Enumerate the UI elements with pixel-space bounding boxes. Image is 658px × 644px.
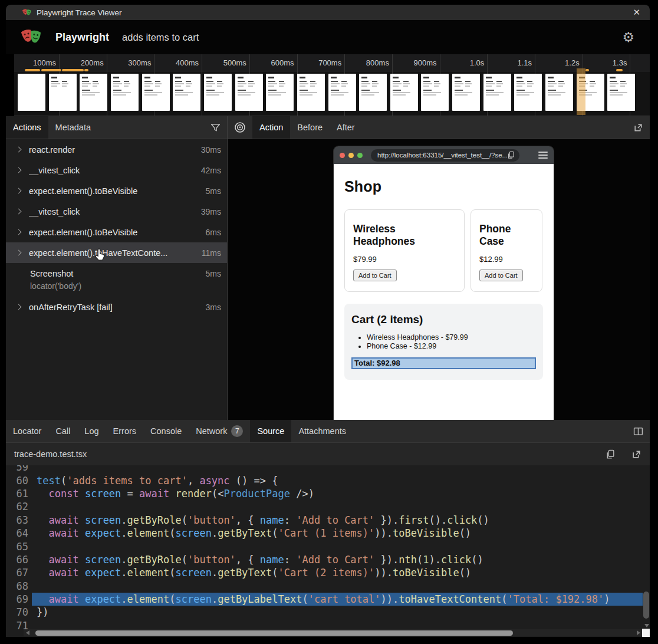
open-source-external-link-icon[interactable]: [623, 449, 641, 459]
details-panel: LocatorCallLogErrorsConsoleNetwork7Sourc…: [6, 420, 650, 637]
horizontal-scrollbar-thumb[interactable]: [35, 630, 513, 636]
timeline-thumbnail[interactable]: [452, 74, 480, 111]
timeline-thumbnail[interactable]: [18, 74, 45, 111]
trace-viewer-window: Playwright Trace Viewer ✕ Playwright add…: [6, 5, 650, 637]
timeline-thumbnail[interactable]: [235, 74, 263, 111]
tab-metadata[interactable]: Metadata: [48, 116, 98, 139]
add-to-cart-button[interactable]: Add to Cart: [353, 270, 397, 281]
code-text: await screen.getByRole('button', { name:…: [37, 554, 483, 566]
code-token: 'Cart (1 items)': [278, 527, 375, 539]
timeline-thumbnail[interactable]: [266, 74, 294, 111]
thumb-cart: [206, 90, 229, 96]
scroll-down-arrow-icon[interactable]: [644, 624, 649, 627]
tab-errors[interactable]: Errors: [106, 420, 143, 442]
thumb-heading: [175, 77, 181, 78]
hamburger-menu-icon[interactable]: [538, 152, 548, 159]
cart-total-highlight: Total: $92.98: [351, 357, 536, 369]
vertical-scrollbar[interactable]: [643, 465, 650, 629]
vertical-scrollbar-thumb[interactable]: [643, 592, 649, 619]
add-to-cart-button[interactable]: Add to Cart: [479, 270, 523, 281]
tab-locator[interactable]: Locator: [6, 420, 48, 442]
thumb-line: [434, 86, 439, 87]
timeline-thumbnail[interactable]: [545, 74, 573, 111]
thumb-heading: [393, 77, 399, 78]
address-bar[interactable]: http://localhost:63315/__vitest_test__/?…: [371, 149, 519, 162]
settings-gear-icon[interactable]: ⚙: [622, 31, 634, 44]
action-row-vitest-click[interactable]: __vitest_click39ms: [6, 201, 227, 222]
code-token: expect: [85, 567, 121, 579]
timeline-thumbnail[interactable]: [297, 74, 325, 111]
scroll-left-arrow-icon[interactable]: [26, 630, 29, 635]
scroll-right-arrow-icon[interactable]: [637, 630, 640, 635]
timeline-thumbnail[interactable]: [514, 74, 542, 111]
timeline-thumbnail[interactable]: [204, 74, 232, 111]
timeline-thumbnail[interactable]: [49, 74, 77, 111]
thumb-product-card: [361, 81, 370, 87]
open-snapshot-external-link-icon[interactable]: [627, 116, 650, 139]
action-row-screenshot[interactable]: Screenshot5mslocator('body'): [6, 263, 227, 297]
action-row-expect-element-tohavetextconte[interactable]: expect.element().toHaveTextConte...11ms: [6, 242, 227, 263]
thumb-cart: [175, 90, 198, 96]
action-row-main: Screenshot5ms: [6, 263, 227, 284]
chevron-right-icon[interactable]: [16, 188, 22, 194]
tab-label: Log: [84, 426, 98, 436]
copy-url-icon[interactable]: [507, 151, 515, 159]
thumb-product-card: [455, 81, 463, 87]
thumb-line: [548, 81, 555, 82]
chevron-right-icon[interactable]: [16, 147, 22, 153]
thumb-line: [268, 92, 286, 93]
code-token: (: [272, 567, 278, 579]
tab-network[interactable]: Network7: [189, 420, 250, 442]
filter-icon[interactable]: [204, 116, 227, 139]
action-row-vitest-click[interactable]: __vitest_click42ms: [6, 160, 227, 180]
code-token: ): [604, 593, 610, 605]
action-row-expect-element-tobevisible[interactable]: expect.element().toBeVisible6ms: [6, 222, 227, 242]
close-icon[interactable]: ✕: [630, 7, 643, 18]
thumb-line: [465, 81, 471, 82]
timeline-thumbnail[interactable]: [111, 74, 139, 111]
timeline-action-marker: [616, 69, 623, 71]
timeline-action-marker: [84, 69, 88, 71]
timeline-thumbnail[interactable]: [142, 74, 170, 111]
tab-call[interactable]: Call: [48, 420, 77, 442]
horizontal-scrollbar[interactable]: [24, 629, 643, 636]
timeline-thumbnail[interactable]: [483, 74, 511, 111]
timeline[interactable]: 100ms200ms300ms400ms500ms600ms700ms800ms…: [6, 54, 650, 116]
chevron-right-icon[interactable]: [16, 304, 22, 310]
timeline-thumbnail[interactable]: [607, 74, 635, 111]
pick-locator-target-icon[interactable]: [228, 116, 252, 139]
thumb-line: [206, 83, 215, 84]
tab-actions[interactable]: Actions: [6, 116, 48, 139]
timeline-thumbnail[interactable]: [359, 74, 387, 111]
tab-console[interactable]: Console: [143, 420, 189, 442]
timeline-thumbnail[interactable]: [390, 74, 418, 111]
code-token: expect: [85, 593, 121, 605]
timeline-thumbnail[interactable]: [173, 74, 200, 111]
action-row-onafterretrytask-fail[interactable]: onAfterRetryTask [fail]3ms: [6, 297, 227, 317]
thumb-line: [423, 94, 436, 96]
tab-source[interactable]: Source: [250, 420, 291, 442]
tab-after[interactable]: After: [330, 116, 362, 139]
thumb-cart: [393, 90, 416, 96]
action-label: onAfterRetryTask [fail]: [29, 303, 201, 312]
timeline-thumbnail[interactable]: [421, 74, 449, 111]
chevron-right-icon[interactable]: [16, 250, 22, 256]
action-row-react-render[interactable]: react.render30ms: [6, 139, 227, 160]
chevron-right-icon[interactable]: [16, 209, 22, 215]
tab-action[interactable]: Action: [252, 116, 290, 139]
action-duration: 42ms: [201, 166, 221, 175]
source-code-viewer[interactable]: 5960test('adds items to cart', async () …: [6, 465, 650, 637]
chevron-right-icon[interactable]: [16, 167, 22, 173]
timeline-tick-label: 900ms: [396, 58, 437, 67]
action-row-expect-element-tobevisible[interactable]: expect.element().toBeVisible5ms: [6, 180, 227, 201]
tab-attachments[interactable]: Attachments: [291, 420, 353, 442]
tab-before[interactable]: Before: [290, 116, 330, 139]
timeline-thumbnail[interactable]: [80, 74, 107, 111]
split-view-icon[interactable]: [627, 420, 650, 442]
copy-source-icon[interactable]: [597, 449, 615, 459]
timeline-thumbnail[interactable]: [328, 74, 356, 111]
thumb-heading: [516, 77, 522, 78]
chevron-right-icon[interactable]: [16, 229, 22, 235]
tab-log[interactable]: Log: [77, 420, 106, 442]
cart-section: Cart (2 items) Wireless Headphones - $79…: [344, 304, 543, 380]
